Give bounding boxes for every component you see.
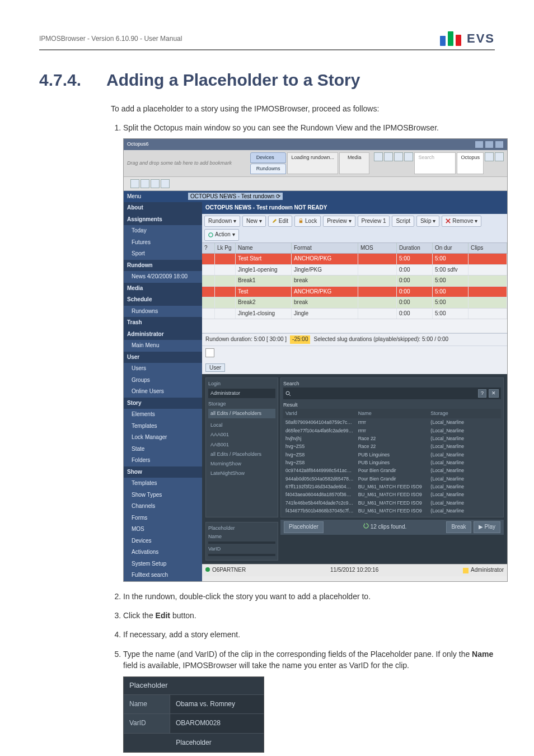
script-button[interactable]: Script — [392, 216, 414, 227]
ph-varid-value[interactable]: OBAROM0028 — [170, 714, 264, 732]
sidebar-group[interactable]: Schedule — [124, 294, 202, 306]
result-row[interactable]: 58af079094064104a8759c7c62022c2rrrrr(Loc… — [283, 418, 501, 426]
sidebar-item[interactable]: State — [124, 444, 202, 455]
storage-item[interactable]: AAA001 — [208, 430, 275, 440]
refresh-button[interactable] — [205, 348, 214, 357]
sidebar-group[interactable]: Rundown — [124, 260, 202, 272]
table-row[interactable]: Break1break0:005:00 — [202, 276, 507, 287]
result-row[interactable]: f4043aea06044d8a18570f3609c7f946bBU_M61_… — [283, 491, 501, 498]
sidebar-item[interactable]: Elements — [124, 409, 202, 421]
sidebar-item[interactable]: Forms — [124, 512, 202, 524]
new-button[interactable]: New ▾ — [242, 216, 266, 227]
sidebar-group[interactable]: User — [124, 352, 202, 363]
help-icon[interactable]: ? — [478, 389, 486, 398]
sidebar-item[interactable]: Today — [124, 225, 202, 237]
result-row[interactable]: hvg~ZS8PUB Linguines(Local_Nearline — [283, 451, 501, 459]
split-h-icon[interactable] — [394, 152, 403, 161]
search-input[interactable]: Search — [414, 152, 456, 174]
filter-icon[interactable] — [130, 179, 139, 188]
sidebar-item[interactable]: System Setup — [124, 558, 202, 570]
split-v-icon[interactable] — [404, 152, 413, 161]
ph-name-input[interactable] — [208, 542, 275, 544]
storage-item[interactable]: all Edits / Placeholders — [208, 450, 275, 459]
nav-back-icon[interactable] — [374, 152, 383, 161]
preview-button[interactable]: Preview ▾ — [323, 216, 355, 227]
ph-name-value[interactable]: Obama vs. Romney — [170, 695, 264, 713]
bookmark-drop-area[interactable]: Drag and drop some tab here to add bookm… — [127, 160, 247, 167]
close-search-icon[interactable]: ✕ — [489, 389, 499, 398]
user-tag[interactable]: User — [205, 363, 225, 372]
close-tab-icon[interactable] — [161, 179, 170, 188]
result-row[interactable]: 741fe46be5b44f04dade7c2c9704abfcBU_M61_M… — [283, 499, 501, 507]
sidebar-item[interactable]: Channels — [124, 501, 202, 512]
placeholder-drag-button[interactable]: Placeholder — [284, 521, 324, 533]
table-row[interactable]: TestANCHOR/PKG0:005:00 — [202, 287, 507, 298]
result-row[interactable]: 0c97442a8f84449998c541aca455b03fcPour Bi… — [283, 466, 501, 474]
sidebar-item[interactable]: Online Users — [124, 386, 202, 398]
sidebar-group[interactable]: Assignments — [124, 214, 202, 226]
result-row[interactable]: 944ab0d05c504a0582d654780ef58535Pour Bie… — [283, 475, 501, 483]
refresh-small-icon[interactable] — [363, 523, 369, 529]
sidebar-item[interactable]: Activations — [124, 547, 202, 558]
tab-devices[interactable]: Devices — [250, 152, 287, 163]
sidebar-group[interactable]: Trash — [124, 317, 202, 329]
minimize-icon[interactable] — [475, 141, 484, 148]
sidebar-item[interactable]: Fulltext search — [124, 570, 202, 581]
rundown-menu[interactable]: Rundown ▾ — [204, 216, 240, 227]
preview1-button[interactable]: Preview 1 — [358, 216, 390, 227]
sidebar-item[interactable]: Devices — [124, 535, 202, 547]
storage-item[interactable]: Local — [208, 421, 275, 430]
search-field[interactable]: ? ✕ — [283, 388, 501, 399]
sidebar-item[interactable]: Users — [124, 363, 202, 375]
sidebar-item[interactable]: Folders — [124, 455, 202, 466]
ph-varid-input[interactable] — [208, 554, 275, 556]
sidebar-item[interactable]: Groups — [124, 375, 202, 386]
dropdown-icon[interactable] — [485, 152, 494, 161]
storage-item[interactable]: MorningShow — [208, 459, 275, 469]
ph-panel-button[interactable]: Placeholder — [124, 733, 264, 752]
sidebar-group[interactable]: Administrator — [124, 329, 202, 340]
sort-icon[interactable] — [140, 179, 149, 188]
result-row[interactable]: d65fee77f10c4a4fa6fc2ade9975d5b04rrrrr(L… — [283, 427, 501, 435]
result-row[interactable]: hvg~ZS8PUB Linguines(Local_Nearline — [283, 459, 501, 466]
maximize-icon[interactable] — [485, 141, 494, 148]
result-row[interactable]: hvg~ZS5Race 22(Local_Nearline — [283, 442, 501, 450]
sidebar-group[interactable]: About — [124, 202, 202, 214]
sidebar-group[interactable]: Media — [124, 283, 202, 295]
tab-rundowns[interactable]: Rundowns — [250, 164, 287, 174]
nav-fwd-icon[interactable] — [384, 152, 393, 161]
media-button[interactable]: Media — [339, 152, 370, 174]
refresh-icon[interactable] — [151, 179, 160, 188]
sidebar-group[interactable]: Show — [124, 466, 202, 478]
action-button[interactable]: Action ▾ — [204, 229, 239, 241]
sidebar-item[interactable]: Templates — [124, 421, 202, 432]
sidebar-item[interactable]: Rundowns — [124, 306, 202, 318]
table-row[interactable]: Test StartANCHOR/PKG5:005:00 — [202, 254, 507, 265]
result-row[interactable]: hvjhvjhjRace 22(Local_Nearline — [283, 435, 501, 442]
break-button[interactable]: Break — [446, 521, 471, 533]
result-row[interactable]: 67ff1192f3f2146d343ade6049e63113BU_M61_M… — [283, 483, 501, 491]
sidebar-item[interactable]: Sport — [124, 248, 202, 260]
menu-label[interactable]: Menu — [127, 193, 141, 201]
storage-item[interactable]: AAB001 — [208, 440, 275, 450]
sidebar-item[interactable]: MOS — [124, 524, 202, 535]
play-button[interactable]: ▶ Play — [474, 521, 500, 533]
table-row[interactable]: Break2break0:005:00 — [202, 297, 507, 309]
sidebar-group[interactable]: Story — [124, 398, 202, 409]
sidebar-item[interactable]: Futures — [124, 237, 202, 249]
result-row[interactable]: f434677b501b4868b37045c7f54dc905bBU_M61_… — [283, 507, 501, 515]
close-icon[interactable] — [495, 141, 504, 148]
table-row[interactable]: Jingle1-closingJingle0:005:00 — [202, 309, 507, 320]
skip-button[interactable]: Skip ▾ — [416, 216, 439, 227]
sidebar-item[interactable]: News 4/20/2009 18:00 — [124, 271, 202, 283]
remove-button[interactable]: Remove ▾ — [442, 216, 481, 227]
table-row[interactable]: Jingle1-openingJingle/PKG0:005:00 sdfv — [202, 265, 507, 276]
edit-button[interactable]: Edit — [268, 216, 292, 227]
sidebar-item[interactable]: Main Menu — [124, 340, 202, 352]
storage-item[interactable]: LateNightShow — [208, 469, 275, 478]
sidebar-item[interactable]: Lock Manager — [124, 432, 202, 444]
sidebar-item[interactable]: Templates — [124, 478, 202, 489]
rundown-tab[interactable]: OCTOPUS NEWS - Test rundown ⟳ — [188, 193, 283, 200]
lock-button[interactable]: Lock — [294, 216, 321, 227]
zoom-icon[interactable] — [495, 152, 504, 161]
